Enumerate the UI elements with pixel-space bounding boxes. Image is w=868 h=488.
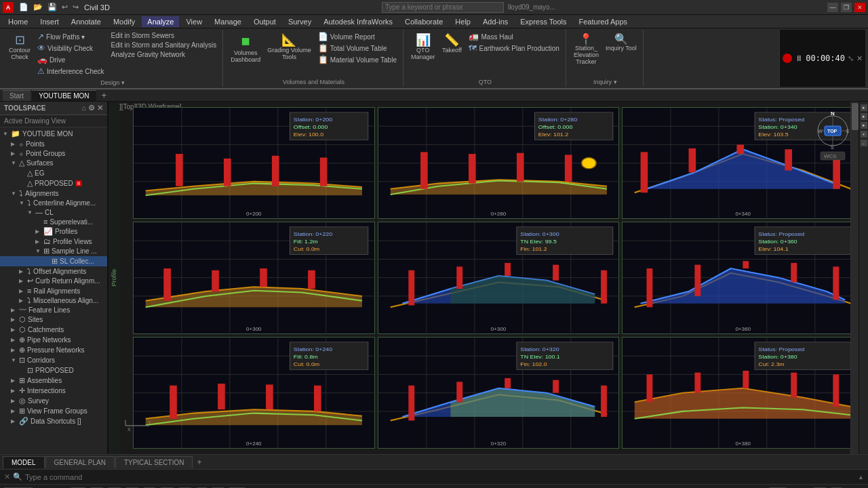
recording-expand-btn[interactable]: ⤡ bbox=[848, 54, 854, 63]
ts-close-icon[interactable]: ✕ bbox=[97, 104, 103, 113]
tree-proposed[interactable]: △ PROPOSED 8 bbox=[0, 178, 107, 188]
section-panel-9[interactable]: Status: Proposed Station: 0+380 Cut: 2.3… bbox=[622, 337, 859, 449]
rp-btn-1[interactable]: ▸ bbox=[861, 104, 867, 111]
takeoff-btn[interactable]: 📏 Takeoff bbox=[439, 31, 464, 56]
tree-sl-collect[interactable]: ⊞ SL Collec... bbox=[0, 256, 107, 266]
tree-sites[interactable]: ▶ ⬡ Sites bbox=[0, 314, 107, 325]
section-panel-7[interactable]: Station: 0+240 Fill: 0.8m Cut: 0.0m 0+24… bbox=[133, 337, 375, 449]
menu-analyze[interactable]: Analyze bbox=[142, 16, 179, 27]
menu-addins[interactable]: Add-ins bbox=[477, 16, 513, 27]
tab-start[interactable]: Start bbox=[3, 90, 31, 101]
material-volume-btn[interactable]: 📋 Material Volume Table bbox=[316, 54, 399, 65]
flow-paths-btn[interactable]: ↗ Flow Paths ▾ bbox=[35, 31, 106, 42]
tree-profiles[interactable]: ▶ 📈 Profiles bbox=[0, 226, 107, 237]
gravity-network-btn[interactable]: Analyze Gravity Network bbox=[109, 50, 219, 59]
mass-haul-btn[interactable]: 🚛 Mass Haul bbox=[467, 31, 561, 42]
tree-root[interactable]: ▼ 📁 YOUTUBE MON bbox=[0, 129, 107, 139]
rp-btn-5[interactable]: - bbox=[861, 140, 867, 146]
undo-btn[interactable]: ↩ bbox=[60, 2, 69, 12]
tree-data-shortcuts[interactable]: ▶ 🔗 Data Shortcuts [] bbox=[0, 416, 107, 426]
tree-corridors[interactable]: ▼ ⊡ Corridors bbox=[0, 355, 107, 365]
restore-btn[interactable]: ❐ bbox=[841, 3, 852, 12]
search-cmd-icon[interactable]: 🔍 bbox=[13, 472, 22, 481]
grading-volume-btn[interactable]: 📐 Grading VolumeTools bbox=[265, 31, 313, 62]
menu-output[interactable]: Output bbox=[248, 16, 281, 27]
inquiry-tool-btn[interactable]: 🔍 Inquiry Tool bbox=[604, 31, 639, 54]
record-pause-btn[interactable]: ⏸ bbox=[795, 54, 803, 63]
tab-model[interactable]: MODEL bbox=[3, 456, 45, 468]
tree-offset-alignments[interactable]: ▶ ⤵ Offset Alignments bbox=[0, 266, 107, 276]
add-tab-btn[interactable]: + bbox=[193, 456, 205, 468]
record-stop-btn[interactable] bbox=[783, 54, 792, 63]
tab-typical-section[interactable]: TYPICAL SECTION bbox=[115, 456, 193, 468]
tree-points[interactable]: ▶ ⬦ Points bbox=[0, 139, 107, 148]
tree-centerline[interactable]: ▼ ⤵ Centerline Alignme... bbox=[0, 198, 107, 207]
menu-manage[interactable]: Manage bbox=[209, 16, 247, 27]
minimize-btn[interactable]: — bbox=[827, 3, 838, 12]
tree-eg[interactable]: △ EG bbox=[0, 168, 107, 178]
section-panel-1[interactable]: Station: 0+200 Offset: 0.000 Elev: 100.0… bbox=[133, 107, 375, 219]
ts-home-icon[interactable]: ⌂ bbox=[81, 104, 86, 113]
tree-superelevation[interactable]: ≡ Superelevati... bbox=[0, 217, 107, 226]
menu-help[interactable]: Help bbox=[450, 16, 476, 27]
tree-view-frame-groups[interactable]: ▶ ⊞ View Frame Groups bbox=[0, 406, 107, 416]
command-input[interactable] bbox=[25, 473, 855, 481]
tree-survey[interactable]: ▶ ◎ Survey bbox=[0, 396, 107, 406]
section-panel-4[interactable]: Station: 0+220 Fill: 1.2m Cut: 0.0m 0+30… bbox=[133, 222, 375, 333]
tree-alignments[interactable]: ▼ ⤵ Alignments bbox=[0, 188, 107, 198]
menu-home[interactable]: Home bbox=[3, 16, 33, 27]
menu-modify[interactable]: Modify bbox=[108, 16, 140, 27]
volume-report-btn[interactable]: 📄 Volume Report bbox=[316, 31, 399, 42]
contour-check-btn[interactable]: ⊡ ContourCheck bbox=[7, 31, 33, 62]
tree-feature-lines[interactable]: ▶ 〰 Feature Lines bbox=[0, 305, 107, 314]
save-btn[interactable]: 💾 bbox=[46, 2, 58, 12]
menu-view[interactable]: View bbox=[180, 16, 208, 27]
section-panel-8[interactable]: Station: 0+320 TN Elev: 100.1 Fin: 102.0… bbox=[378, 337, 620, 449]
total-volume-btn[interactable]: 📋 Total Volume Table bbox=[316, 43, 399, 54]
tree-intersections[interactable]: ▶ ✛ Intersections bbox=[0, 386, 107, 396]
tree-surfaces[interactable]: ▼ △ Surfaces bbox=[0, 158, 107, 168]
station-tracker-btn[interactable]: 📍 Station_ElevationTracker bbox=[572, 31, 601, 67]
tab-youtube-mon[interactable]: YOUTUBE MON bbox=[32, 90, 96, 101]
close-btn[interactable]: ✕ bbox=[854, 3, 865, 12]
tree-misc-alignments[interactable]: ▶ ⤵ Miscellaneous Align... bbox=[0, 296, 107, 305]
scrollbar-thumb[interactable] bbox=[852, 103, 859, 130]
ts-settings-icon[interactable]: ⚙ bbox=[88, 104, 95, 113]
tree-curb-return[interactable]: ▶ ↩ Curb Return Alignm... bbox=[0, 276, 107, 286]
close-cmd-icon[interactable]: ✕ bbox=[4, 472, 10, 481]
rp-btn-4[interactable]: + bbox=[861, 131, 867, 138]
menu-survey[interactable]: Survey bbox=[283, 16, 317, 27]
tree-pipe-networks[interactable]: ▶ ⊕ Pipe Networks bbox=[0, 335, 107, 345]
storm-sanitary-btn[interactable]: Edit in Storm and Sanitary Analysis bbox=[109, 41, 219, 49]
earthwork-btn[interactable]: 🗺 Earthwork Plan Production bbox=[467, 43, 561, 54]
redo-btn[interactable]: ↪ bbox=[71, 2, 80, 12]
menu-annotate[interactable]: Annotate bbox=[66, 16, 106, 27]
tree-cl[interactable]: ▼ — CL bbox=[0, 207, 107, 217]
menu-collaborate[interactable]: Collaborate bbox=[399, 16, 448, 27]
recording-close-btn[interactable]: ✕ bbox=[856, 54, 863, 63]
tree-proposed-corridor[interactable]: ⊡ PROPOSED bbox=[0, 365, 107, 375]
tree-point-groups[interactable]: ▶ ⬦ Point Groups bbox=[0, 148, 107, 158]
cmd-expand-icon[interactable]: ▲ bbox=[858, 474, 864, 481]
qto-manager-btn[interactable]: 📊 QTOManager bbox=[409, 31, 437, 62]
menu-express[interactable]: Express Tools bbox=[515, 16, 572, 27]
menu-insert[interactable]: Insert bbox=[35, 16, 64, 27]
open-btn[interactable]: 📂 bbox=[32, 2, 44, 12]
tab-general-plan[interactable]: GENERAL PLAN bbox=[45, 456, 115, 468]
canvas-scrollbar[interactable] bbox=[850, 102, 859, 454]
tree-rail-alignments[interactable]: ▶ ≡ Rail Alignments bbox=[0, 286, 107, 296]
rp-btn-2[interactable]: ▸ bbox=[861, 113, 867, 120]
rp-btn-3[interactable]: ▸ bbox=[861, 122, 867, 129]
section-panel-6[interactable]: Status: Proposed Station: 0+360 Elev: 10… bbox=[622, 222, 859, 333]
search-input[interactable] bbox=[382, 2, 504, 13]
volumes-dashboard-btn[interactable]: ■ VolumesDashboard bbox=[229, 31, 262, 65]
profile-sidebar[interactable]: Profile bbox=[108, 102, 119, 454]
drive-btn[interactable]: 🚗 Drive bbox=[35, 54, 106, 65]
new-tab-btn[interactable]: + bbox=[98, 89, 111, 101]
tree-catchments[interactable]: ▶ ⬡ Catchments bbox=[0, 325, 107, 335]
menu-featured[interactable]: Featured Apps bbox=[574, 16, 633, 27]
menu-infraworks[interactable]: Autodesk InfraWorks bbox=[318, 16, 398, 27]
new-btn[interactable]: 📄 bbox=[18, 2, 30, 12]
storm-sewers-btn[interactable]: Edit in Storm Sewers bbox=[109, 31, 219, 40]
tree-assemblies[interactable]: ▶ ⊞ Assemblies bbox=[0, 375, 107, 386]
